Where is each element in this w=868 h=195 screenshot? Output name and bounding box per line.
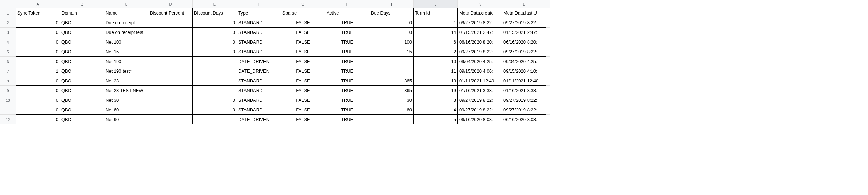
cell-J6[interactable]: 10	[414, 57, 458, 66]
cell-D3[interactable]	[148, 28, 193, 37]
cell-C6[interactable]: Net 190	[104, 57, 148, 66]
cell-I10[interactable]: 30	[369, 95, 414, 105]
cell-G1[interactable]: Sparse	[281, 8, 325, 18]
cell-C12[interactable]: Net 90	[104, 115, 148, 124]
cell-B8[interactable]: QBO	[60, 76, 104, 86]
row-header-10[interactable]: 10	[0, 95, 16, 105]
cell-D12[interactable]	[148, 115, 193, 124]
cell-H1[interactable]: Active	[325, 8, 369, 18]
cell-B12[interactable]: QBO	[60, 115, 104, 124]
cell-J7[interactable]: 11	[414, 66, 458, 76]
cell-K7[interactable]: 09/15/2020 4:06:	[458, 66, 502, 76]
cell-E1[interactable]: Discount Days	[193, 8, 237, 18]
cell-A3[interactable]: 0	[16, 28, 60, 37]
cell-D7[interactable]	[148, 66, 193, 76]
cell-L2[interactable]: 09/27/2019 8:22:	[502, 18, 546, 28]
cell-A4[interactable]: 0	[16, 37, 60, 47]
cell-K11[interactable]: 09/27/2019 8:22:	[458, 105, 502, 115]
col-header-I[interactable]: I	[369, 0, 414, 8]
cell-L4[interactable]: 06/16/2020 8:20:	[502, 37, 546, 47]
cell-K5[interactable]: 09/27/2019 8:22:	[458, 47, 502, 57]
cell-G12[interactable]: FALSE	[281, 115, 325, 124]
cell-F7[interactable]: DATE_DRIVEN	[237, 66, 281, 76]
cell-J8[interactable]: 13	[414, 76, 458, 86]
cell-H3[interactable]: TRUE	[325, 28, 369, 37]
cell-K6[interactable]: 09/04/2020 4:25:	[458, 57, 502, 66]
cell-E7[interactable]	[193, 66, 237, 76]
cell-A8[interactable]: 0	[16, 76, 60, 86]
cell-E10[interactable]: 0	[193, 95, 237, 105]
cell-L3[interactable]: 01/15/2021 2:47:	[502, 28, 546, 37]
cell-G8[interactable]: FALSE	[281, 76, 325, 86]
cell-F9[interactable]: STANDARD	[237, 86, 281, 95]
cell-L12[interactable]: 06/16/2020 8:08:	[502, 115, 546, 124]
row-header-11[interactable]: 11	[0, 105, 16, 115]
cell-B5[interactable]: QBO	[60, 47, 104, 57]
cell-H4[interactable]: TRUE	[325, 37, 369, 47]
cell-C5[interactable]: Net 15	[104, 47, 148, 57]
row-header-7[interactable]: 7	[0, 66, 16, 76]
cell-I1[interactable]: Due Days	[369, 8, 414, 18]
col-header-B[interactable]: B	[60, 0, 104, 8]
cell-F6[interactable]: DATE_DRIVEN	[237, 57, 281, 66]
col-header-D[interactable]: D	[148, 0, 193, 8]
cell-G11[interactable]: FALSE	[281, 105, 325, 115]
cell-D4[interactable]	[148, 37, 193, 47]
cell-D11[interactable]	[148, 105, 193, 115]
cell-H12[interactable]: TRUE	[325, 115, 369, 124]
cell-D10[interactable]	[148, 95, 193, 105]
cell-H5[interactable]: TRUE	[325, 47, 369, 57]
cell-E6[interactable]	[193, 57, 237, 66]
cell-E3[interactable]: 0	[193, 28, 237, 37]
spreadsheet-grid[interactable]: A B C D E F G H I J K L 1 Sync Token Dom…	[0, 0, 868, 124]
row-header-6[interactable]: 6	[0, 57, 16, 66]
cell-B1[interactable]: Domain	[60, 8, 104, 18]
cell-I2[interactable]: 0	[369, 18, 414, 28]
cell-B11[interactable]: QBO	[60, 105, 104, 115]
cell-K8[interactable]: 01/11/2021 12:40	[458, 76, 502, 86]
cell-L1[interactable]: Meta Data.last U	[502, 8, 546, 18]
cell-J4[interactable]: 6	[414, 37, 458, 47]
cell-B7[interactable]: QBO	[60, 66, 104, 76]
cell-B4[interactable]: QBO	[60, 37, 104, 47]
row-header-4[interactable]: 4	[0, 37, 16, 47]
cell-K2[interactable]: 09/27/2019 8:22:	[458, 18, 502, 28]
cell-G7[interactable]: FALSE	[281, 66, 325, 76]
cell-H2[interactable]: TRUE	[325, 18, 369, 28]
cell-J2[interactable]: 1	[414, 18, 458, 28]
cell-F11[interactable]: STANDARD	[237, 105, 281, 115]
cell-F8[interactable]: STANDARD	[237, 76, 281, 86]
cell-H8[interactable]: TRUE	[325, 76, 369, 86]
row-header-1[interactable]: 1	[0, 8, 16, 18]
cell-E11[interactable]: 0	[193, 105, 237, 115]
cell-C11[interactable]: Net 60	[104, 105, 148, 115]
cell-G6[interactable]: FALSE	[281, 57, 325, 66]
cell-I12[interactable]	[369, 115, 414, 124]
cell-C2[interactable]: Due on receipt	[104, 18, 148, 28]
cell-C3[interactable]: Due on receipt test	[104, 28, 148, 37]
cell-K4[interactable]: 06/16/2020 8:20:	[458, 37, 502, 47]
cell-E12[interactable]	[193, 115, 237, 124]
cell-D9[interactable]	[148, 86, 193, 95]
cell-F12[interactable]: DATE_DRIVEN	[237, 115, 281, 124]
cell-L6[interactable]: 09/04/2020 4:25:	[502, 57, 546, 66]
row-header-8[interactable]: 8	[0, 76, 16, 86]
cell-A7[interactable]: 1	[16, 66, 60, 76]
cell-D6[interactable]	[148, 57, 193, 66]
select-all-corner[interactable]	[0, 0, 16, 8]
cell-F2[interactable]: STANDARD	[237, 18, 281, 28]
row-header-2[interactable]: 2	[0, 18, 16, 28]
cell-A12[interactable]: 0	[16, 115, 60, 124]
cell-D1[interactable]: Discount Percent	[148, 8, 193, 18]
cell-C7[interactable]: Net 190 test*	[104, 66, 148, 76]
cell-J3[interactable]: 14	[414, 28, 458, 37]
cell-B10[interactable]: QBO	[60, 95, 104, 105]
cell-G9[interactable]: FALSE	[281, 86, 325, 95]
cell-E4[interactable]: 0	[193, 37, 237, 47]
cell-K10[interactable]: 09/27/2019 8:22:	[458, 95, 502, 105]
cell-C10[interactable]: Net 30	[104, 95, 148, 105]
cell-A1[interactable]: Sync Token	[16, 8, 60, 18]
cell-I3[interactable]: 0	[369, 28, 414, 37]
row-header-3[interactable]: 3	[0, 28, 16, 37]
cell-I5[interactable]: 15	[369, 47, 414, 57]
